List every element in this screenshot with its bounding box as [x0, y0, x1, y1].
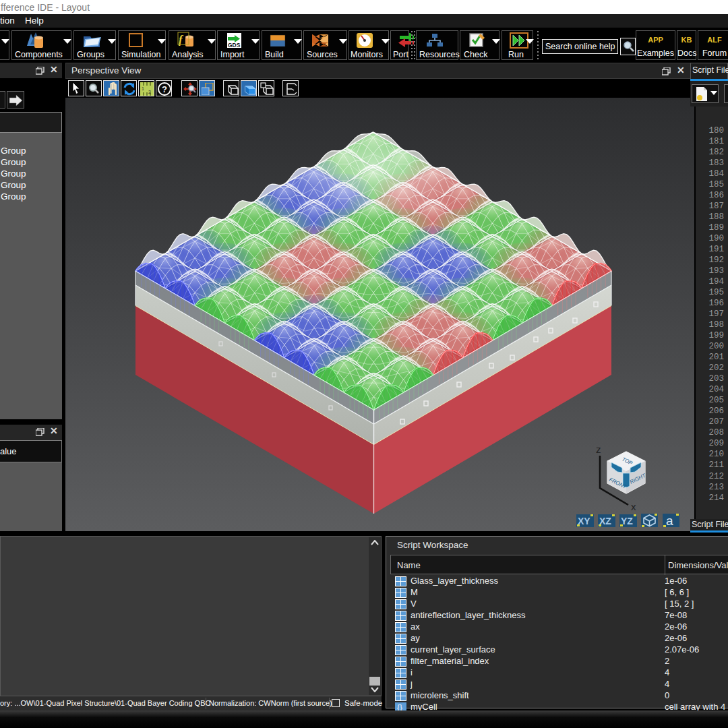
svg-text:?: ? — [162, 84, 167, 94]
svg-text:f: f — [179, 33, 184, 46]
svg-text:x: x — [631, 501, 636, 512]
svg-text:GDS: GDS — [228, 42, 241, 49]
svg-text:z: z — [596, 444, 601, 455]
svg-text:1: 1 — [142, 86, 144, 91]
svg-text:a: a — [666, 514, 673, 528]
svg-text:2: 2 — [148, 90, 151, 94]
